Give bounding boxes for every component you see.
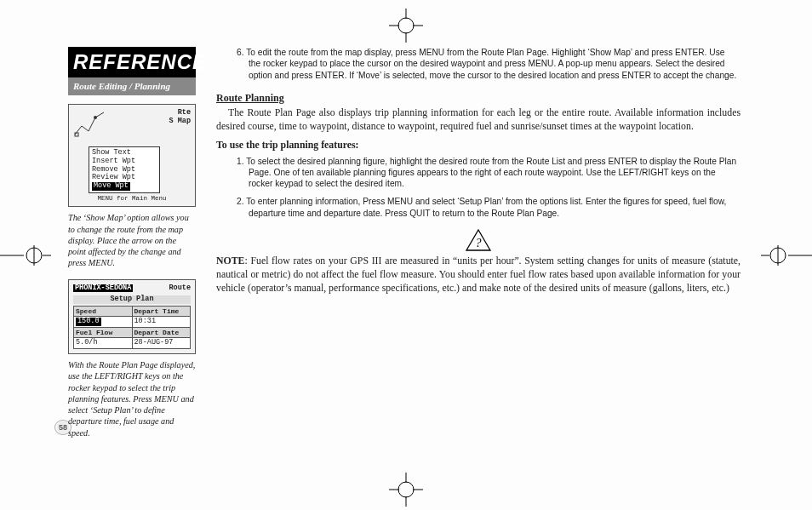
menu-footer: MENU for Main Menu (73, 195, 191, 203)
step-1: 1. To select the desired planning figure… (237, 156, 737, 190)
depart-date-value: 28-AUG-97 (133, 338, 191, 348)
fuel-flow-value: 5.0/h (74, 338, 132, 348)
menu-item-selected: Move Wpt (92, 182, 157, 191)
map-tab-label: S Map (169, 117, 191, 126)
crop-mark-right (761, 238, 812, 272)
depart-time-value: 10:31 (133, 317, 191, 327)
speed-header: Speed (74, 307, 132, 316)
route-name: PHONIX-SEDONA (73, 284, 133, 293)
screenshot-show-map: Rte S Map Show Text Insert Wpt Remove Wp… (68, 104, 196, 207)
reference-subhead: Route Editing / Planning (68, 77, 196, 95)
crop-mark-top (389, 9, 423, 43)
note-paragraph: NOTE: Fuel flow rates on your GPS III ar… (216, 255, 741, 295)
note-label: NOTE (216, 255, 244, 266)
route-planning-heading: Route Planning (216, 91, 741, 105)
setup-plan-grid: Speed Depart Time 150.0 10:31 Fuel Flow … (73, 306, 191, 349)
speed-value: 150.0 (74, 317, 132, 327)
route-tab: Route (169, 284, 191, 293)
svg-text:?: ? (476, 237, 482, 249)
page-content: REFERENCE Route Editing / Planning Rte S… (68, 47, 741, 449)
trip-planning-subhead: To use the trip planning features: (216, 139, 741, 152)
depart-time-header: Depart Time (133, 307, 191, 316)
screenshot-setup-plan: PHONIX-SEDONA Route Setup Plan Speed Dep… (68, 279, 196, 354)
map-area (73, 109, 169, 143)
svg-point-9 (398, 482, 414, 497)
sidebar: REFERENCE Route Editing / Planning Rte S… (68, 47, 196, 449)
fuel-flow-header: Fuel Flow (74, 328, 132, 337)
svg-point-19 (94, 116, 97, 119)
trip-planning-steps: 1. To select the desired planning figure… (237, 156, 737, 219)
crop-mark-left (0, 238, 51, 272)
popup-menu: Show Text Insert Wpt Remove Wpt Review W… (89, 146, 160, 193)
warning-icon: ? (466, 229, 491, 251)
caption-setup-plan: With the Route Plan Page displayed, use … (68, 359, 196, 438)
depart-date-header: Depart Date (133, 328, 191, 337)
main-column: 6. To edit the route from the map displa… (216, 47, 741, 449)
step-6: 6. To edit the route from the map displa… (237, 47, 737, 81)
reference-banner: REFERENCE (68, 47, 196, 77)
step-6-block: 6. To edit the route from the map displa… (237, 47, 737, 81)
crop-mark-bottom (389, 473, 423, 507)
svg-point-4 (398, 18, 414, 33)
step-2: 2. To enter planning information, Press … (237, 196, 737, 219)
setup-plan-title: Setup Plan (73, 295, 191, 304)
route-planning-intro: The Route Plan Page also displays trip p… (216, 106, 741, 134)
caption-show-map: The ‘Show Map’ option allows you to chan… (68, 212, 196, 268)
